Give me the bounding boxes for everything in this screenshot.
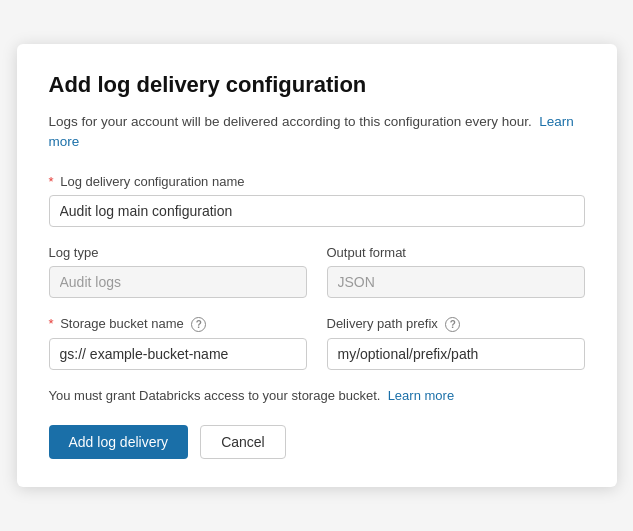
storage-bucket-help-icon[interactable]: ? bbox=[191, 317, 206, 332]
log-type-group: Log type bbox=[49, 245, 307, 298]
output-format-group: Output format bbox=[327, 245, 585, 298]
grant-notice: You must grant Databricks access to your… bbox=[49, 388, 585, 403]
grant-notice-learn-more-link[interactable]: Learn more bbox=[388, 388, 454, 403]
log-type-input bbox=[49, 266, 307, 298]
log-type-output-row: Log type Output format bbox=[49, 245, 585, 298]
dialog-description: Logs for your account will be delivered … bbox=[49, 112, 585, 153]
storage-bucket-input[interactable] bbox=[49, 338, 307, 370]
config-name-input[interactable] bbox=[49, 195, 585, 227]
delivery-prefix-group: Delivery path prefix ? bbox=[327, 316, 585, 370]
description-text: Logs for your account will be delivered … bbox=[49, 114, 532, 129]
storage-bucket-group: * Storage bucket name ? bbox=[49, 316, 307, 370]
storage-bucket-label: * Storage bucket name ? bbox=[49, 316, 307, 332]
add-log-delivery-dialog: Add log delivery configuration Logs for … bbox=[17, 44, 617, 488]
config-name-group: * Log delivery configuration name bbox=[49, 174, 585, 227]
output-format-input bbox=[327, 266, 585, 298]
cancel-button[interactable]: Cancel bbox=[200, 425, 286, 459]
log-type-label: Log type bbox=[49, 245, 307, 260]
button-row: Add log delivery Cancel bbox=[49, 425, 585, 459]
delivery-prefix-help-icon[interactable]: ? bbox=[445, 317, 460, 332]
delivery-prefix-input[interactable] bbox=[327, 338, 585, 370]
add-log-delivery-button[interactable]: Add log delivery bbox=[49, 425, 189, 459]
required-indicator: * bbox=[49, 174, 54, 189]
storage-bucket-required: * bbox=[49, 316, 54, 331]
delivery-prefix-label: Delivery path prefix ? bbox=[327, 316, 585, 332]
dialog-title: Add log delivery configuration bbox=[49, 72, 585, 98]
bucket-prefix-row: * Storage bucket name ? Delivery path pr… bbox=[49, 316, 585, 370]
config-name-label: * Log delivery configuration name bbox=[49, 174, 585, 189]
output-format-label: Output format bbox=[327, 245, 585, 260]
